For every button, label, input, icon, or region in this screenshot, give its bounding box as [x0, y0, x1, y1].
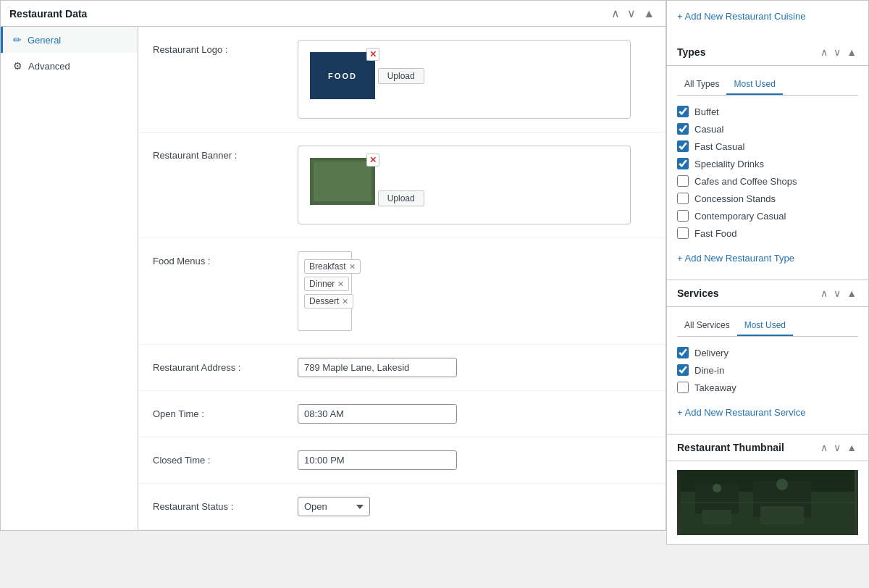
service-delivery[interactable]: Delivery	[677, 347, 858, 358]
type-cafes-checkbox[interactable]	[677, 175, 689, 187]
thumbnail-panel-header: Restaurant Thumbnail ∧ ∨ ▲	[667, 434, 868, 461]
type-fast-casual-checkbox[interactable]	[677, 140, 689, 152]
form-content: Restaurant Logo : FOOD ✕ Upload	[138, 27, 666, 530]
type-fast-food[interactable]: Fast Food	[677, 227, 858, 239]
right-sidebar: + Add New Restaurant Cuisine Types ∧ ∨ ▲…	[666, 0, 869, 588]
svg-point-6	[713, 484, 721, 492]
tag-breakfast-remove[interactable]: ✕	[349, 262, 356, 272]
logo-remove-btn[interactable]: ✕	[366, 48, 379, 61]
meta-box-title: Restaurant Data	[9, 8, 87, 20]
type-buffet[interactable]: Buffet	[677, 106, 858, 117]
banner-upload-btn[interactable]: Upload	[378, 190, 424, 206]
service-delivery-checkbox[interactable]	[677, 347, 689, 358]
thumbnail-panel-controls: ∧ ∨ ▲	[819, 442, 858, 453]
address-label: Restaurant Address :	[153, 358, 283, 373]
logo-image-box: FOOD ✕ Upload	[298, 40, 631, 119]
closed-time-control	[298, 450, 651, 470]
thumbnail-inner	[677, 470, 858, 535]
services-tabs: All Services Most Used	[677, 316, 858, 337]
types-panel-header: Types ∧ ∨ ▲	[667, 39, 868, 66]
tab-all-types[interactable]: All Types	[677, 75, 726, 95]
nav-item-general[interactable]: ✏ General	[1, 27, 138, 53]
type-speciality-drinks-checkbox[interactable]	[677, 158, 689, 169]
cuisine-panel: + Add New Restaurant Cuisine	[666, 0, 869, 39]
nav-item-advanced[interactable]: ⚙ Advanced	[1, 53, 138, 79]
type-fast-casual[interactable]: Fast Casual	[677, 140, 858, 152]
banner-remove-btn[interactable]: ✕	[366, 154, 379, 167]
add-cuisine-link[interactable]: + Add New Restaurant Cuisine	[677, 11, 805, 22]
service-dine-in-checkbox[interactable]	[677, 364, 689, 376]
type-casual-label: Casual	[694, 124, 723, 135]
nav-general-label: General	[28, 35, 61, 46]
types-collapse-down[interactable]: ∨	[832, 46, 842, 58]
tab-all-services[interactable]: All Services	[677, 316, 737, 336]
service-dine-in-label: Dine-in	[694, 365, 724, 376]
meta-box-header[interactable]: Restaurant Data ∧ ∨ ▲	[1, 1, 666, 27]
svg-point-7	[776, 479, 788, 490]
services-toggle[interactable]: ▲	[845, 287, 858, 299]
tab-most-used-types[interactable]: Most Used	[726, 75, 782, 95]
types-collapse-up[interactable]: ∧	[819, 46, 829, 58]
services-panel-body: All Services Most Used Delivery Dine-in …	[667, 307, 868, 434]
type-contemporary[interactable]: Contemporary Casual	[677, 210, 858, 222]
logo-placeholder: FOOD	[310, 52, 375, 99]
type-cafes-label: Cafes and Coffee Shops	[694, 176, 797, 187]
logo-label: Restaurant Logo :	[153, 40, 283, 55]
closed-time-input[interactable]	[298, 450, 457, 470]
menus-label: Food Menus :	[153, 251, 283, 266]
toggle-btn[interactable]: ▲	[641, 7, 657, 20]
types-toggle[interactable]: ▲	[845, 46, 858, 58]
tab-most-used-services[interactable]: Most Used	[737, 316, 793, 336]
service-takeaway-checkbox[interactable]	[677, 382, 689, 393]
banner-placeholder	[310, 158, 375, 205]
type-cafes[interactable]: Cafes and Coffee Shops	[677, 175, 858, 187]
tag-dessert: Dessert ✕	[304, 294, 353, 308]
service-dine-in[interactable]: Dine-in	[677, 364, 858, 376]
type-contemporary-checkbox[interactable]	[677, 210, 689, 222]
status-select[interactable]: Open Closed	[298, 497, 370, 516]
type-speciality-drinks[interactable]: Speciality Drinks	[677, 158, 858, 169]
open-time-input[interactable]	[298, 404, 457, 424]
tag-dinner: Dinner ✕	[304, 277, 349, 291]
thumbnail-collapse-up[interactable]: ∧	[819, 442, 829, 453]
service-takeaway[interactable]: Takeaway	[677, 382, 858, 393]
svg-rect-5	[760, 506, 804, 524]
logo-upload-btn[interactable]: Upload	[378, 68, 424, 84]
tag-dessert-remove[interactable]: ✕	[342, 297, 348, 306]
tag-dessert-label: Dessert	[309, 296, 339, 306]
add-type-link[interactable]: + Add New Restaurant Type	[677, 253, 794, 264]
type-casual-checkbox[interactable]	[677, 123, 689, 135]
address-input[interactable]	[298, 358, 457, 377]
gear-icon: ⚙	[13, 60, 22, 72]
type-buffet-checkbox[interactable]	[677, 106, 689, 117]
tags-area[interactable]: Breakfast ✕ Dinner ✕ Dessert ✕	[298, 251, 352, 331]
closed-time-label: Closed Time :	[153, 450, 283, 466]
logo-text: FOOD	[328, 72, 357, 80]
services-panel-header: Services ∧ ∨ ▲	[667, 280, 868, 307]
address-control	[298, 358, 651, 377]
add-service-link[interactable]: + Add New Restaurant Service	[677, 407, 805, 418]
type-concession-checkbox[interactable]	[677, 193, 689, 204]
type-casual[interactable]: Casual	[677, 123, 858, 135]
open-time-control	[298, 404, 651, 424]
nav-advanced-label: Advanced	[28, 61, 70, 72]
services-title: Services	[677, 287, 719, 299]
form-row-logo: Restaurant Logo : FOOD ✕ Upload	[138, 27, 666, 133]
type-fast-food-checkbox[interactable]	[677, 227, 689, 239]
service-delivery-label: Delivery	[694, 348, 729, 358]
tag-dinner-remove[interactable]: ✕	[337, 280, 344, 289]
types-panel-body: All Types Most Used Buffet Casual Fast C…	[667, 66, 868, 280]
services-collapse-down[interactable]: ∨	[832, 287, 842, 299]
logo-control: FOOD ✕ Upload	[298, 40, 651, 119]
thumbnail-collapse-down[interactable]: ∨	[832, 442, 842, 453]
type-concession-label: Concession Stands	[694, 193, 776, 204]
thumbnail-toggle[interactable]: ▲	[845, 442, 858, 453]
collapse-down-btn[interactable]: ∨	[625, 7, 638, 20]
services-collapse-up[interactable]: ∧	[819, 287, 829, 299]
collapse-up-btn[interactable]: ∧	[609, 7, 622, 20]
form-row-closed-time: Closed Time :	[138, 437, 666, 484]
form-row-menus: Food Menus : Breakfast ✕ Dinner ✕	[138, 238, 666, 345]
type-fast-casual-label: Fast Casual	[694, 141, 744, 152]
type-concession[interactable]: Concession Stands	[677, 193, 858, 204]
form-row-status: Restaurant Status : Open Closed	[138, 484, 666, 530]
